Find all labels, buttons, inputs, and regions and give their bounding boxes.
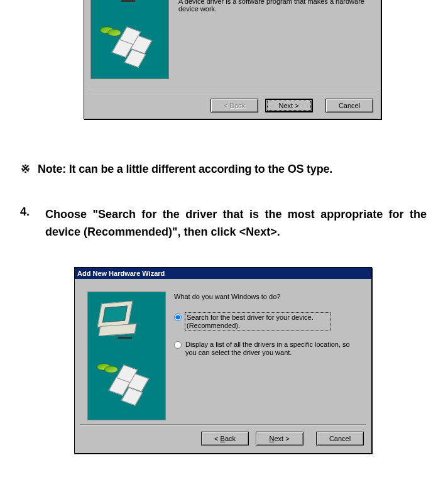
cancel-button[interactable]: Cancel (316, 432, 364, 445)
cd-discs-icon (97, 360, 118, 370)
wizard2-illustration (87, 292, 166, 420)
wizard1-body: A device driver is a software program th… (90, 0, 374, 89)
radio-option-search[interactable]: Search for the best driver for your devi… (174, 313, 359, 330)
wizard2-button-row: < Back Next > Cancel (197, 432, 364, 445)
wizard2-titlebar: Add New Hardware Wizard (75, 268, 371, 279)
wizard-dialog-2: Add New Hardware Wizard What do you wan (74, 267, 372, 454)
radio-search-label: Search for the best driver for your devi… (185, 313, 330, 330)
step-4: 4. Choose "Search for the driver that is… (20, 205, 427, 241)
next-button[interactable]: Next > (256, 432, 303, 445)
step-4-text: Choose "Search for the driver that is th… (45, 205, 427, 241)
window-icon (106, 307, 116, 314)
wizard1-illustration (90, 0, 169, 79)
wizard1-button-row: < Back Next > Cancel (207, 99, 373, 112)
document-page: A device driver is a software program th… (0, 0, 448, 497)
reference-mark-icon: ※ (20, 162, 30, 176)
radio-search[interactable] (174, 314, 182, 321)
radio-list-label: Display a list of all the drivers in a s… (185, 341, 359, 357)
note-text: Note: It can be a little different accor… (38, 163, 332, 175)
next-button[interactable]: Next > (265, 99, 313, 112)
back-button[interactable]: < Back (210, 99, 258, 112)
note-line: ※Note: It can be a little different acco… (20, 162, 332, 176)
wizard2-separator (80, 424, 366, 425)
wizard-dialog-1: A device driver is a software program th… (84, 0, 381, 119)
radio-option-list[interactable]: Display a list of all the drivers in a s… (174, 341, 359, 357)
step-number: 4. (20, 205, 30, 219)
cd-discs-icon (100, 23, 121, 33)
back-button[interactable]: < Back (201, 432, 249, 445)
radio-list[interactable] (174, 341, 182, 349)
cancel-button[interactable]: Cancel (325, 99, 373, 112)
wizard2-body: What do you want Windows to do? Search f… (81, 284, 365, 423)
computer-icon (99, 302, 136, 335)
wizard1-separator (87, 90, 378, 91)
wizard1-description: A device driver is a software program th… (178, 0, 372, 13)
wizard2-prompt: What do you want Windows to do? (174, 293, 361, 300)
